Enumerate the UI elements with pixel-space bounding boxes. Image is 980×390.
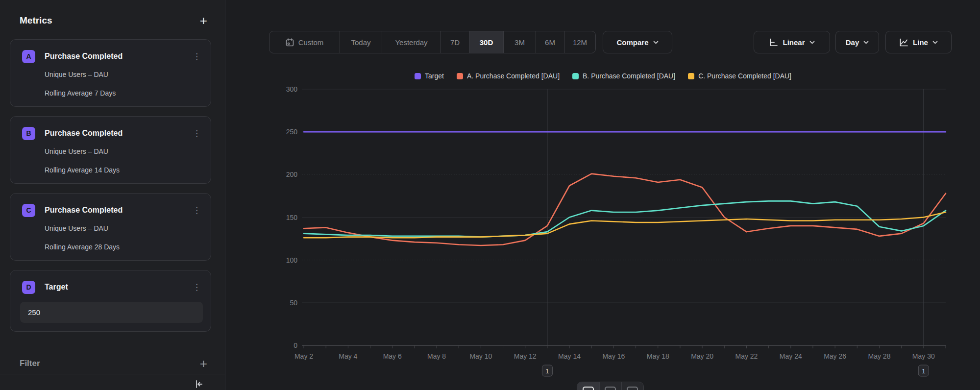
tab-12m[interactable]: 12M: [564, 31, 595, 53]
target-card[interactable]: D Target ⋮: [10, 270, 211, 332]
metric-card-header: A Purchase Completed ⋮: [22, 49, 203, 63]
tab-label: 6M: [545, 38, 555, 47]
metric-measure[interactable]: Unique Users – DAU: [45, 224, 108, 232]
x-axis-label: May 24: [780, 352, 802, 360]
chart-panel: Custom Today Yesterday 7D 30D 3M 6M 12M …: [226, 0, 980, 390]
x-axis-label: May 16: [602, 352, 625, 360]
tab-label: Custom: [298, 38, 324, 47]
x-axis-label: May 28: [868, 352, 891, 360]
x-axis-label: May 2: [294, 352, 313, 360]
annotation-badge-label: 1: [545, 367, 549, 375]
series-line-a: [304, 174, 946, 245]
chart-size-toggle: [577, 382, 644, 390]
metric-badge: D: [22, 281, 35, 294]
y-axis-label: 250: [286, 128, 298, 136]
metrics-sidebar: Metrics + A Purchase Completed ⋮ Unique …: [0, 0, 225, 390]
compare-label: Compare: [616, 38, 648, 47]
granularity-label: Day: [846, 38, 859, 47]
y-axis-label: 0: [294, 341, 297, 349]
metric-card-c[interactable]: C Purchase Completed ⋮ Unique Users – DA…: [10, 193, 211, 261]
metric-transform[interactable]: Rolling Average 14 Days: [45, 166, 120, 174]
medium-chart-icon: [605, 387, 616, 390]
tab-yesterday[interactable]: Yesterday: [382, 31, 441, 53]
metric-badge: B: [22, 127, 35, 140]
chart-type-selector-button[interactable]: Line: [885, 31, 952, 53]
view-toggle-small[interactable]: [621, 382, 643, 390]
tab-today[interactable]: Today: [340, 31, 382, 53]
chevron-down-icon: [809, 41, 815, 44]
tab-label: 30D: [480, 38, 493, 47]
series-line-c: [304, 212, 946, 238]
x-axis-label: May 4: [339, 352, 357, 360]
add-filter-button[interactable]: +: [200, 357, 207, 370]
large-chart-icon: [583, 387, 594, 390]
tab-label: 7D: [450, 38, 460, 47]
metric-card-header: C Purchase Completed ⋮: [22, 203, 203, 217]
small-chart-icon: [627, 387, 638, 390]
line-chart-icon: [899, 38, 908, 47]
metric-menu-icon[interactable]: ⋮: [191, 128, 203, 139]
target-card-header: D Target ⋮: [22, 280, 203, 294]
target-value-input[interactable]: [20, 302, 203, 323]
chevron-down-icon: [863, 41, 869, 44]
granularity-selector-button[interactable]: Day: [835, 31, 879, 53]
series-line-b: [304, 201, 946, 237]
x-axis-label: May 6: [383, 352, 402, 360]
chevron-down-icon: [653, 41, 659, 44]
metric-menu-icon[interactable]: ⋮: [191, 205, 203, 216]
tab-label: 12M: [573, 38, 587, 47]
y-axis-label: 200: [286, 171, 298, 178]
metric-title: Purchase Completed: [45, 206, 191, 215]
tab-label: 3M: [514, 38, 525, 47]
metric-measure[interactable]: Unique Users – DAU: [45, 147, 108, 155]
sidebar-title: Metrics: [20, 15, 52, 26]
x-axis-label: May 8: [427, 352, 446, 360]
compare-button[interactable]: Compare: [603, 31, 672, 53]
tab-3m[interactable]: 3M: [503, 31, 536, 53]
target-title: Target: [45, 283, 191, 292]
metric-card-header: B Purchase Completed ⋮: [22, 126, 203, 140]
metric-badge: A: [22, 50, 35, 63]
metric-menu-icon[interactable]: ⋮: [191, 51, 203, 62]
sidebar-header: Metrics +: [20, 12, 207, 29]
view-toggle-medium[interactable]: [599, 382, 621, 390]
scale-label: Linear: [783, 38, 805, 47]
date-range-tabs: Custom Today Yesterday 7D 30D 3M 6M 12M: [269, 31, 596, 53]
x-axis-label: May 22: [735, 352, 758, 360]
line-chart[interactable]: 050100150200250300May 2May 4May 6May 8Ma…: [226, 59, 980, 390]
chart-type-label: Line: [913, 38, 928, 47]
y-axis-label: 100: [286, 256, 298, 264]
filter-section: Filter +: [20, 355, 207, 372]
collapse-sidebar-icon[interactable]: [194, 379, 204, 390]
view-toggle-large[interactable]: [577, 382, 599, 390]
x-axis-label: May 20: [691, 352, 713, 360]
tab-custom[interactable]: Custom: [270, 31, 340, 53]
x-axis-label: May 14: [558, 352, 581, 360]
chevron-down-icon: [932, 41, 938, 44]
metric-title: Purchase Completed: [45, 52, 191, 61]
x-axis-label: May 10: [469, 352, 492, 360]
calendar-icon: [286, 38, 294, 47]
tab-7d[interactable]: 7D: [441, 31, 469, 53]
linear-axis-icon: [769, 38, 778, 47]
add-metric-button[interactable]: +: [200, 14, 207, 27]
metric-card-b[interactable]: B Purchase Completed ⋮ Unique Users – DA…: [10, 116, 211, 184]
metric-transform[interactable]: Rolling Average 7 Days: [45, 89, 116, 97]
filter-title: Filter: [20, 359, 40, 368]
metric-card-a[interactable]: A Purchase Completed ⋮ Unique Users – DA…: [10, 39, 211, 107]
metric-measure[interactable]: Unique Users – DAU: [45, 71, 108, 78]
tab-30d[interactable]: 30D: [469, 31, 503, 53]
y-axis-label: 300: [286, 85, 298, 93]
tab-6m[interactable]: 6M: [536, 31, 564, 53]
scale-selector-button[interactable]: Linear: [754, 31, 830, 53]
metric-transform[interactable]: Rolling Average 28 Days: [45, 243, 120, 251]
x-axis-label: May 12: [514, 352, 537, 360]
y-axis-label: 50: [290, 299, 297, 307]
metric-title: Purchase Completed: [45, 129, 191, 138]
tab-label: Yesterday: [395, 38, 427, 47]
x-axis-label: May 30: [912, 352, 935, 360]
y-axis-label: 150: [286, 214, 298, 221]
metric-badge: C: [22, 204, 35, 217]
x-axis-label: May 26: [824, 352, 846, 360]
metric-menu-icon[interactable]: ⋮: [191, 282, 203, 292]
